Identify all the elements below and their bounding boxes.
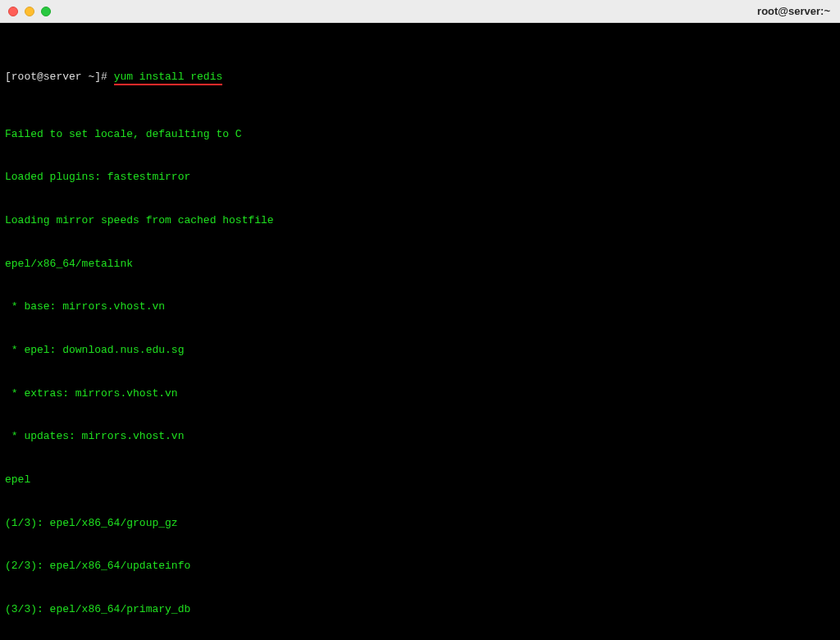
progress-2: (2/3): epel/x86_64/updateinfo	[5, 559, 835, 574]
progress-1: (1/3): epel/x86_64/group_gz	[5, 516, 835, 531]
window-title: root@server:~	[757, 5, 830, 17]
out-loading: Loading mirror speeds from cached hostfi…	[5, 213, 835, 228]
prompt-line: [root@server ~]# yum install redis	[5, 70, 835, 85]
mirror-extras: * extras: mirrors.vhost.vn	[5, 386, 835, 401]
command-text: yum install redis	[114, 71, 223, 85]
close-icon[interactable]	[8, 7, 18, 16]
out-locale: Failed to set locale, defaulting to C	[5, 127, 835, 142]
mirror-updates: * updates: mirrors.vhost.vn	[5, 429, 835, 444]
window-controls	[8, 7, 51, 16]
out-plugins: Loaded plugins: fastestmirror	[5, 170, 835, 185]
prompt-user-host: [root@server ~]#	[5, 71, 114, 83]
out-metalink: epel/x86_64/metalink	[5, 257, 835, 272]
zoom-icon[interactable]	[41, 7, 51, 16]
mirror-base: * base: mirrors.vhost.vn	[5, 299, 835, 314]
repo-epel: epel	[5, 473, 835, 487]
mirror-epel: * epel: download.nus.edu.sg	[5, 343, 835, 358]
annotation-arrow-icon	[152, 625, 217, 637]
terminal-viewport[interactable]: [root@server ~]# yum install redis Faile…	[0, 23, 840, 640]
window-titlebar: root@server:~	[0, 0, 840, 23]
minimize-icon[interactable]	[25, 7, 34, 16]
progress-3: (3/3): epel/x86_64/primary_db	[5, 602, 835, 617]
